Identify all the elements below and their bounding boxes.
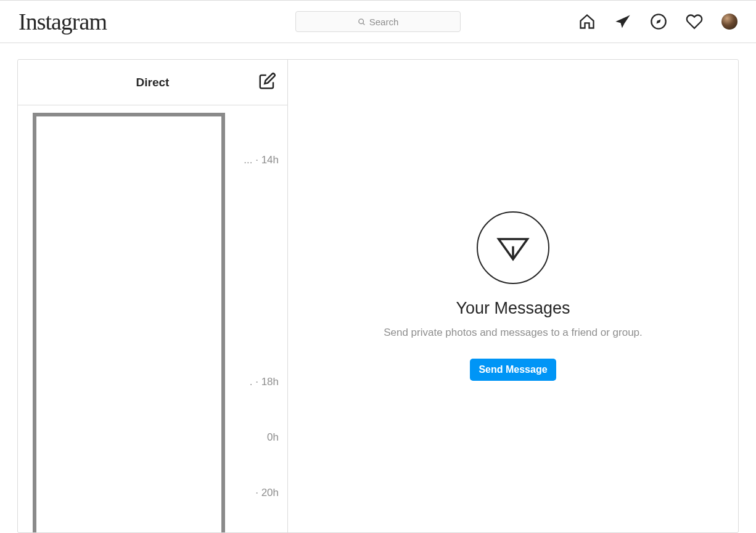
- activity-icon[interactable]: [686, 13, 703, 30]
- inbox-sidebar: Direct ... · 14h: [18, 60, 288, 532]
- empty-state-title: Your Messages: [456, 299, 570, 318]
- compose-button[interactable]: [258, 72, 276, 93]
- thread-time: · 20h: [255, 487, 279, 499]
- compose-icon: [258, 72, 276, 91]
- empty-state: Your Messages Send private photos and me…: [288, 60, 738, 532]
- svg-line-1: [363, 23, 364, 25]
- search-placeholder: Search: [369, 17, 399, 27]
- sidebar-header: Direct: [18, 60, 287, 105]
- messages-panel: Direct ... · 14h: [17, 59, 739, 533]
- empty-state-icon-circle: [477, 211, 549, 284]
- content-area: Direct ... · 14h: [0, 43, 756, 533]
- redaction-overlay: [33, 113, 225, 532]
- brand-logo[interactable]: Instagram: [18, 8, 107, 35]
- sidebar-title[interactable]: Direct: [136, 76, 170, 89]
- thread-list[interactable]: ... · 14h: [18, 105, 287, 532]
- search-icon: [358, 18, 366, 26]
- thread-time: 0h: [267, 431, 279, 444]
- search-container: Search: [295, 11, 461, 32]
- home-icon[interactable]: [578, 13, 596, 30]
- top-nav: Instagram Search: [0, 0, 756, 43]
- explore-icon[interactable]: [650, 13, 667, 30]
- empty-state-subtitle: Send private photos and messages to a fr…: [384, 327, 643, 339]
- svg-point-0: [359, 18, 364, 23]
- svg-marker-3: [657, 20, 661, 24]
- nav-icons: [578, 13, 738, 30]
- direct-icon[interactable]: [614, 13, 631, 30]
- paper-plane-icon: [496, 230, 530, 265]
- thread-time: . · 18h: [250, 376, 279, 388]
- search-input[interactable]: Search: [295, 11, 461, 32]
- send-message-button[interactable]: Send Message: [470, 359, 556, 381]
- profile-avatar[interactable]: [721, 14, 738, 30]
- thread-time: ... · 14h: [244, 154, 279, 166]
